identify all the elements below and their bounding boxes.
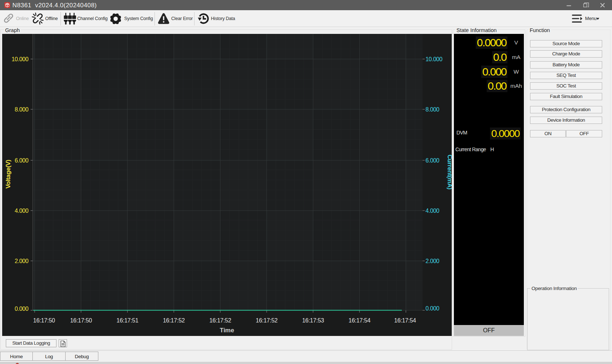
svg-text:10.000: 10.000	[425, 56, 443, 62]
svg-text:16:17:52: 16:17:52	[256, 317, 278, 324]
svg-text:6.000: 6.000	[425, 157, 439, 164]
svg-text:2.000: 2.000	[425, 258, 439, 264]
svg-text:8.000: 8.000	[15, 106, 28, 113]
svg-text:Voltage(V): Voltage(V)	[5, 160, 12, 189]
svg-text:6.000: 6.000	[15, 157, 28, 164]
svg-text:16:17:50: 16:17:50	[33, 317, 55, 324]
svg-text:16:17:54: 16:17:54	[394, 317, 416, 324]
svg-text:Time: Time	[220, 327, 234, 334]
svg-text:16:17:52: 16:17:52	[209, 317, 231, 324]
svg-text:0.000: 0.000	[425, 305, 439, 312]
svg-text:0.000: 0.000	[15, 306, 28, 312]
svg-text:8.000: 8.000	[425, 106, 439, 113]
svg-text:16:17:50: 16:17:50	[70, 317, 92, 324]
svg-text:16:17:52: 16:17:52	[163, 317, 185, 324]
svg-text:16:17:54: 16:17:54	[349, 317, 370, 324]
svg-text:10.000: 10.000	[12, 56, 29, 62]
svg-text:16:17:53: 16:17:53	[302, 317, 324, 324]
svg-text:4.000: 4.000	[425, 208, 439, 214]
svg-text:Current(mA): Current(mA)	[446, 154, 452, 189]
svg-text:4.000: 4.000	[15, 208, 28, 214]
svg-text:16:17:51: 16:17:51	[117, 317, 138, 324]
svg-text:2.000: 2.000	[15, 258, 28, 264]
